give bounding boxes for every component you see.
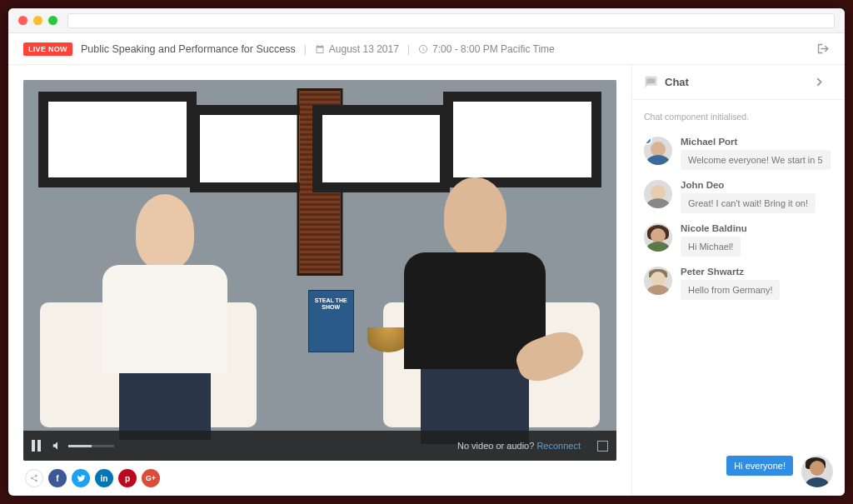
volume-slider[interactable]	[68, 445, 114, 447]
book-prop: STEAL THE SHOW	[308, 290, 354, 352]
verified-badge-icon	[644, 137, 652, 145]
chevron-right-icon	[812, 75, 826, 89]
message-author: Michael Port	[681, 137, 833, 147]
window-controls	[18, 16, 57, 25]
chat-body: Chat component initialised. Michael Port…	[632, 100, 845, 496]
message-text: Hello from Germany!	[681, 280, 780, 300]
video-controls: No video or audio? Reconnect	[23, 431, 616, 461]
facebook-share-button[interactable]: f	[48, 469, 67, 487]
chat-sidebar: Chat Chat component initialised. Michael…	[631, 65, 845, 496]
linkedin-share-button[interactable]: in	[95, 469, 113, 487]
avatar	[644, 137, 672, 165]
chat-message: John Deo Great! I can't wait! Bring it o…	[644, 180, 833, 213]
message-text: Hi Michael!	[681, 237, 741, 257]
event-date: August 13 2017	[315, 43, 399, 55]
chat-message: Michael Port Welcome everyone! We start …	[644, 137, 833, 170]
event-header: LIVE NOW Public Speaking and Performance…	[8, 33, 845, 65]
message-text: Hi everyone!	[726, 456, 793, 476]
volume-control[interactable]	[52, 440, 114, 452]
event-title: Public Speaking and Performance for Succ…	[81, 43, 296, 55]
reconnect-prompt: No video or audio? Reconnect	[457, 441, 581, 451]
volume-icon	[52, 440, 63, 452]
pause-button[interactable]	[32, 440, 43, 452]
reconnect-link[interactable]: Reconnect	[536, 441, 581, 451]
clock-icon	[418, 44, 428, 54]
minimize-window-button[interactable]	[33, 16, 42, 25]
exit-icon	[816, 42, 830, 56]
event-time: 7:00 - 8:00 PM Pacific Time	[418, 43, 555, 55]
message-author: John Deo	[681, 180, 833, 190]
share-icon[interactable]	[25, 469, 43, 487]
chat-message: Nicole Baldinu Hi Michael!	[644, 223, 833, 257]
message-author: Peter Shwartz	[681, 267, 833, 277]
main-column: STEAL THE SHOW No video or audio? Reconn…	[8, 65, 631, 496]
message-author: Nicole Baldinu	[681, 223, 833, 233]
pinterest-share-button[interactable]: p	[118, 469, 137, 487]
chat-message-outgoing: Hi everyone!	[644, 456, 833, 487]
chat-title: Chat	[665, 76, 689, 88]
avatar	[644, 223, 672, 252]
calendar-icon	[315, 44, 325, 54]
video-player[interactable]: STEAL THE SHOW No video or audio? Reconn…	[23, 80, 616, 461]
app-window: LIVE NOW Public Speaking and Performance…	[8, 8, 845, 496]
fullscreen-button[interactable]	[597, 441, 608, 452]
titlebar	[8, 8, 845, 33]
twitter-share-button[interactable]	[72, 469, 90, 487]
message-text: Great! I can't wait! Bring it on!	[681, 193, 816, 213]
chat-init-text: Chat component initialised.	[644, 108, 833, 127]
video-scene: STEAL THE SHOW	[23, 80, 616, 461]
message-text: Welcome everyone! We start in 5	[681, 150, 831, 170]
avatar	[644, 267, 672, 295]
maximize-window-button[interactable]	[48, 16, 57, 25]
live-badge: LIVE NOW	[23, 42, 72, 56]
avatar-self	[801, 456, 833, 487]
presenter-2	[392, 177, 558, 427]
exit-button[interactable]	[816, 42, 830, 56]
google-plus-share-button[interactable]: G+	[142, 469, 160, 487]
close-window-button[interactable]	[18, 16, 27, 25]
presenter-1	[94, 194, 236, 427]
avatar	[644, 180, 672, 208]
chat-icon	[644, 75, 658, 89]
content-area: STEAL THE SHOW No video or audio? Reconn…	[8, 65, 845, 496]
share-row: f in p G+	[23, 461, 616, 487]
chat-message: Peter Shwartz Hello from Germany!	[644, 267, 833, 300]
chat-header[interactable]: Chat	[632, 65, 845, 100]
url-bar[interactable]	[67, 13, 835, 28]
